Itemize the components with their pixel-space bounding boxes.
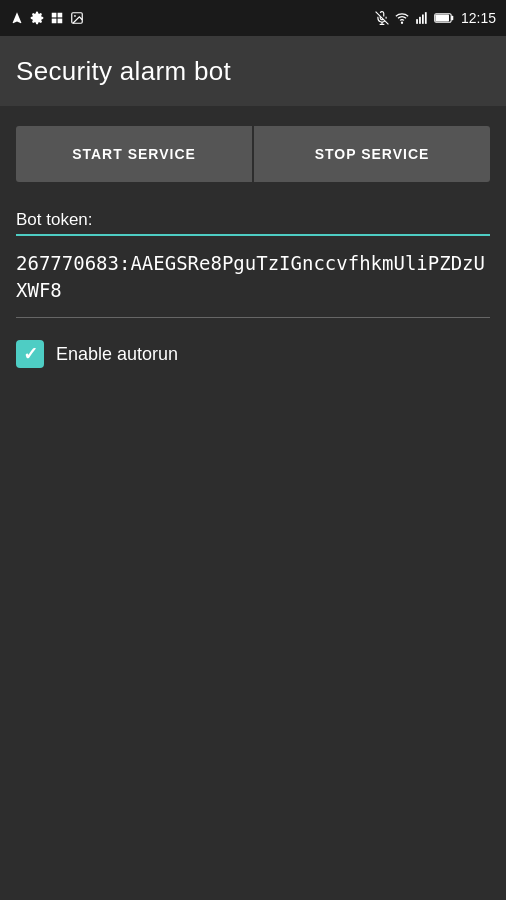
svg-rect-11 xyxy=(416,19,418,24)
signal-icon xyxy=(415,11,429,25)
image-icon xyxy=(70,11,84,25)
svg-rect-3 xyxy=(52,19,57,24)
token-label: Bot token: xyxy=(16,210,490,230)
status-icons-right: 12:15 xyxy=(375,10,496,26)
svg-rect-4 xyxy=(58,19,63,24)
navigation-icon xyxy=(10,11,24,25)
app-icon xyxy=(50,11,64,25)
settings-icon xyxy=(30,11,44,25)
svg-rect-14 xyxy=(425,12,427,24)
svg-point-6 xyxy=(74,15,76,17)
token-value: 267770683:AAEGSRe8PguTzIGnccvfhkmUliPZDz… xyxy=(16,250,490,303)
app-title: Security alarm bot xyxy=(16,56,231,87)
status-bar: 12:15 xyxy=(0,0,506,36)
mute-icon xyxy=(375,11,389,25)
token-underline xyxy=(16,234,490,236)
divider xyxy=(16,317,490,318)
svg-rect-1 xyxy=(52,13,57,18)
status-icons-left xyxy=(10,11,84,25)
service-buttons-row: START SERVICE STOP SERVICE xyxy=(16,126,490,182)
start-service-button[interactable]: START SERVICE xyxy=(16,126,252,182)
autorun-checkbox[interactable]: ✓ xyxy=(16,340,44,368)
svg-point-10 xyxy=(401,22,402,23)
battery-icon xyxy=(434,12,454,24)
autorun-row[interactable]: ✓ Enable autorun xyxy=(16,340,490,368)
svg-rect-2 xyxy=(58,13,63,18)
title-bar: Security alarm bot xyxy=(0,36,506,106)
wifi-icon xyxy=(394,11,410,25)
svg-rect-12 xyxy=(419,17,421,24)
svg-rect-17 xyxy=(435,14,449,21)
main-content: START SERVICE STOP SERVICE Bot token: 26… xyxy=(0,106,506,388)
svg-rect-13 xyxy=(422,15,424,24)
autorun-label: Enable autorun xyxy=(56,344,178,365)
svg-rect-16 xyxy=(451,16,453,20)
stop-service-button[interactable]: STOP SERVICE xyxy=(254,126,490,182)
status-time: 12:15 xyxy=(461,10,496,26)
checkmark-icon: ✓ xyxy=(23,345,38,363)
